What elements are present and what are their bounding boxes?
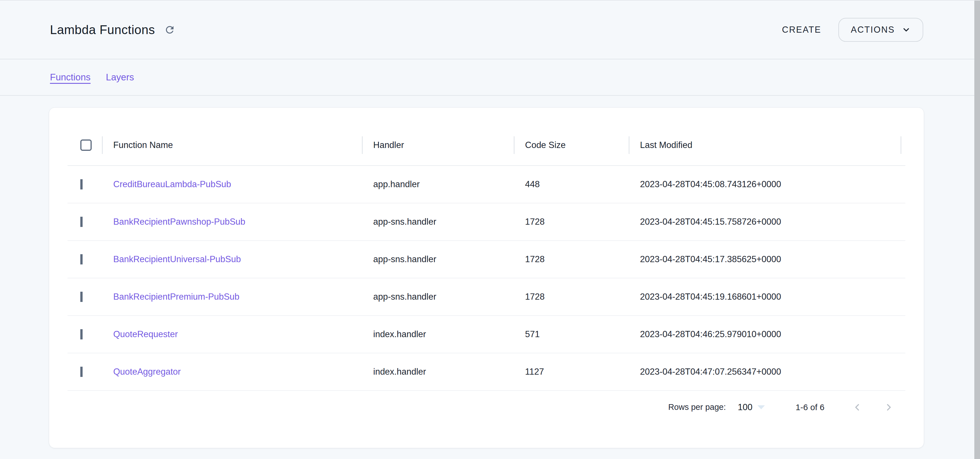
table-pagination: Rows per page: 100 1-6 of 6 bbox=[68, 391, 905, 424]
select-all-checkbox[interactable] bbox=[80, 139, 92, 151]
pagination-range-label: 1-6 of 6 bbox=[795, 402, 824, 412]
column-header-handler[interactable]: Handler bbox=[362, 125, 514, 165]
lambda-functions-page: Lambda Functions CREATE ACTIONS Function… bbox=[0, 0, 980, 459]
chevron-down-icon bbox=[902, 25, 911, 34]
last-modified-cell: 2023-04-28T04:46:25.979010+0000 bbox=[628, 329, 900, 339]
last-modified-cell: 2023-04-28T04:47:07.256347+0000 bbox=[628, 367, 900, 377]
function-name-link[interactable]: QuoteAggregator bbox=[102, 367, 362, 377]
create-button[interactable]: CREATE bbox=[782, 25, 821, 35]
select-dropdown-icon bbox=[757, 405, 765, 409]
last-modified-cell: 2023-04-28T04:45:19.168601+0000 bbox=[628, 292, 900, 302]
row-checkbox[interactable] bbox=[80, 367, 83, 377]
actions-button[interactable]: ACTIONS bbox=[838, 18, 923, 42]
handler-cell: index.handler bbox=[362, 329, 514, 339]
code-size-cell: 571 bbox=[514, 329, 628, 339]
table-row: BankRecipientUniversal-PubSub app-sns.ha… bbox=[68, 241, 905, 278]
handler-cell: index.handler bbox=[362, 367, 514, 377]
function-name-link[interactable]: QuoteRequester bbox=[102, 329, 362, 339]
tab-functions[interactable]: Functions bbox=[50, 72, 91, 83]
header-checkbox-cell bbox=[68, 125, 102, 165]
code-size-cell: 1728 bbox=[514, 217, 628, 227]
rows-per-page-select[interactable]: 100 bbox=[738, 402, 765, 413]
code-size-cell: 1127 bbox=[514, 367, 628, 377]
handler-cell: app-sns.handler bbox=[362, 254, 514, 265]
table-row: CreditBureauLambda-PubSub app.handler 44… bbox=[68, 166, 905, 203]
functions-table-card: Function Name Handler Code Size Last Mod… bbox=[49, 108, 924, 448]
row-checkbox[interactable] bbox=[80, 217, 83, 227]
row-checkbox[interactable] bbox=[80, 329, 83, 339]
function-name-link[interactable]: BankRecipientUniversal-PubSub bbox=[102, 254, 362, 265]
code-size-cell: 1728 bbox=[514, 254, 628, 265]
row-checkbox[interactable] bbox=[80, 179, 83, 190]
vertical-scrollbar[interactable] bbox=[974, 0, 980, 459]
rows-per-page-label: Rows per page: bbox=[668, 402, 726, 412]
page-header: Lambda Functions CREATE ACTIONS bbox=[0, 0, 974, 59]
previous-page-button[interactable] bbox=[851, 402, 863, 413]
function-name-link[interactable]: CreditBureauLambda-PubSub bbox=[102, 179, 362, 190]
tab-bar: Functions Layers bbox=[0, 59, 974, 96]
row-checkbox[interactable] bbox=[80, 254, 83, 265]
refresh-icon bbox=[164, 24, 175, 35]
last-modified-cell: 2023-04-28T04:45:15.758726+0000 bbox=[628, 217, 900, 227]
table-row: BankRecipientPawnshop-PubSub app-sns.han… bbox=[68, 203, 905, 241]
actions-button-label: ACTIONS bbox=[851, 25, 895, 35]
refresh-button[interactable] bbox=[164, 24, 176, 36]
table-header-row: Function Name Handler Code Size Last Mod… bbox=[68, 125, 905, 166]
handler-cell: app-sns.handler bbox=[362, 292, 514, 302]
last-modified-cell: 2023-04-28T04:45:17.385625+0000 bbox=[628, 254, 900, 265]
page-title: Lambda Functions bbox=[50, 23, 155, 37]
function-name-link[interactable]: BankRecipientPremium-PubSub bbox=[102, 292, 362, 302]
last-modified-cell: 2023-04-28T04:45:08.743126+0000 bbox=[628, 179, 900, 190]
column-header-filler bbox=[900, 125, 912, 165]
row-checkbox[interactable] bbox=[80, 292, 83, 302]
rows-per-page-value: 100 bbox=[738, 402, 752, 413]
function-name-link[interactable]: BankRecipientPawnshop-PubSub bbox=[102, 217, 362, 227]
table-row: BankRecipientPremium-PubSub app-sns.hand… bbox=[68, 278, 905, 316]
table-row: QuoteRequester index.handler 571 2023-04… bbox=[68, 316, 905, 353]
code-size-cell: 448 bbox=[514, 179, 628, 190]
chevron-right-icon bbox=[883, 402, 894, 413]
chevron-left-icon bbox=[852, 402, 862, 413]
column-header-function-name[interactable]: Function Name bbox=[102, 125, 362, 165]
tab-layers[interactable]: Layers bbox=[106, 72, 134, 83]
column-header-code-size[interactable]: Code Size bbox=[514, 125, 628, 165]
code-size-cell: 1728 bbox=[514, 292, 628, 302]
column-header-last-modified[interactable]: Last Modified bbox=[628, 125, 900, 165]
next-page-button[interactable] bbox=[883, 402, 894, 413]
handler-cell: app-sns.handler bbox=[362, 217, 514, 227]
table-row: QuoteAggregator index.handler 1127 2023-… bbox=[68, 353, 905, 391]
handler-cell: app.handler bbox=[362, 179, 514, 190]
